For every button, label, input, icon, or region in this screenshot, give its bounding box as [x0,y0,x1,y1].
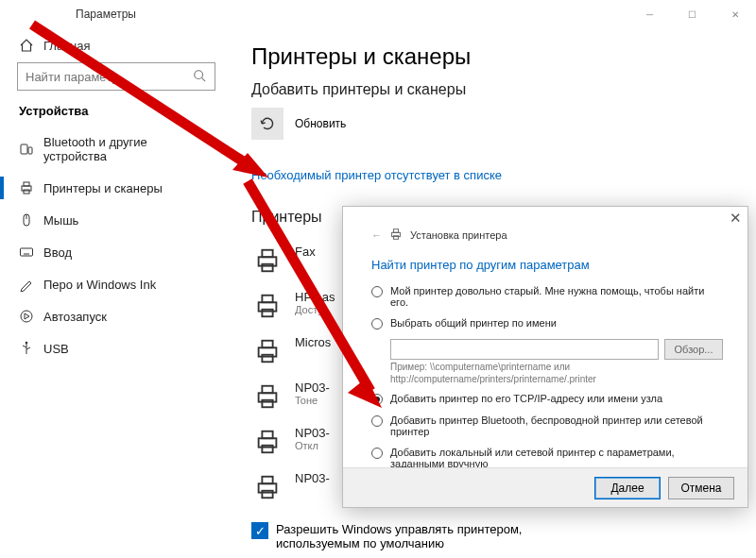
device-sub: Досту [295,304,335,315]
missing-printer-link[interactable]: Необходимый принтер отсутствует в списке [251,168,737,182]
autoplay-icon [19,309,34,324]
option-label: Мой принтер довольно старый. Мне нужна п… [390,285,723,308]
window-maximize[interactable]: ☐ [671,0,713,28]
sidebar-item-label: Перо и Windows Ink [43,278,156,292]
search-input[interactable] [17,62,215,91]
sidebar-item-printers[interactable]: Принтеры и сканеры [17,173,215,203]
hint-line1: Пример: \\computername\printername или [390,362,570,372]
manage-default-row[interactable]: ✓ Разрешить Windows управлять принтером,… [251,522,737,550]
device-sub: Тоне [295,395,330,406]
sidebar-item-mouse[interactable]: Мышь [17,205,215,235]
sidebar-item-label: Bluetooth и другие устройства [43,135,210,163]
option-bluetooth[interactable]: Добавить принтер Bluetooth, беспроводной… [371,414,723,437]
checkbox-checked-icon[interactable]: ✓ [251,522,268,539]
radio-icon[interactable] [371,318,383,330]
sidebar-item-label: Ввод [43,245,72,260]
shared-name-input[interactable] [390,339,659,360]
sidebar-item-label: USB [43,342,69,356]
devices-icon [19,142,34,157]
printer-icon [251,335,284,367]
device-sub: Откл [295,440,330,451]
printer-small-icon [389,228,403,243]
add-printer-dialog: ✕ ← Установка принтера Найти принтер по … [342,206,748,508]
add-section-title: Добавить принтеры и сканеры [251,81,737,98]
option-label: Добавить принтер по его TCP/IP-адресу ил… [390,393,662,404]
svg-rect-31 [262,431,272,439]
manage-default-label: Разрешить Windows управлять принтером, и… [276,522,588,550]
svg-point-17 [26,342,28,345]
refresh-label: Обновить [295,117,346,130]
next-button[interactable]: Далее [594,477,661,499]
printer-icon [251,426,284,458]
svg-rect-2 [21,144,27,154]
home-nav[interactable]: Главная [17,34,215,62]
svg-rect-37 [393,229,398,233]
svg-rect-5 [24,182,29,186]
option-old-printer[interactable]: Мой принтер довольно старый. Мне нужна п… [371,285,723,308]
dialog-title: Установка принтера [410,229,507,241]
printer-icon [19,180,34,195]
printer-icon [251,380,284,413]
svg-rect-25 [262,341,272,348]
hint-line2: http://computername/printers/printername… [390,374,596,384]
sidebar-item-usb[interactable]: USB [17,333,215,364]
dialog-close-button[interactable]: ✕ [730,210,742,227]
window-close[interactable]: ✕ [713,0,756,28]
pen-icon [19,277,34,292]
sidebar-item-label: Автозапуск [43,310,107,324]
option-label: Выбрать общий принтер по имени [390,317,557,329]
device-title: Micros [295,335,331,349]
sidebar-item-label: Мышь [43,213,78,228]
sidebar-item-label: Принтеры и сканеры [43,181,163,195]
option-local-manual[interactable]: Добавить локальный или сетевой принтер с… [371,447,723,469]
sidebar-item-autoplay[interactable]: Автозапуск [17,301,215,331]
sidebar-item-bluetooth[interactable]: Bluetooth и другие устройства [17,127,215,171]
window-minimize[interactable]: ─ [628,0,671,28]
browse-button[interactable]: Обзор... [664,339,723,360]
device-title: Fax [295,245,316,259]
radio-icon[interactable] [371,448,383,459]
printer-icon [251,471,284,503]
sidebar: Главная Устройства Bluetooth и другие ус… [0,28,225,558]
page-title: Принтеры и сканеры [251,43,737,70]
keyboard-icon [19,245,34,260]
radio-icon[interactable] [371,415,383,427]
svg-rect-9 [21,248,33,256]
printer-icon [251,290,284,322]
sidebar-category: Устройства [19,104,215,118]
sidebar-item-pen[interactable]: Перо и Windows Ink [17,269,215,299]
option-tcp-ip[interactable]: Добавить принтер по его TCP/IP-адресу ил… [371,393,723,405]
sidebar-item-typing[interactable]: Ввод [17,237,215,267]
device-title: NP03- [295,426,330,440]
device-title: NP03- [295,471,330,485]
printer-icon [251,245,284,277]
cancel-button[interactable]: Отмена [668,477,734,499]
svg-rect-19 [262,250,272,258]
svg-rect-3 [28,147,32,154]
option-shared-name[interactable]: Выбрать общий принтер по имени [371,317,723,330]
option-label: Добавить локальный или сетевой принтер с… [390,447,723,469]
svg-rect-28 [262,386,272,394]
svg-rect-34 [262,477,272,484]
home-icon [19,38,34,53]
svg-rect-22 [262,296,272,303]
radio-selected-icon[interactable] [371,394,383,405]
usb-icon [19,341,34,356]
home-label: Главная [43,39,90,53]
svg-point-15 [21,311,32,322]
device-title: HP Las [295,290,335,304]
radio-icon[interactable] [371,286,383,297]
window-title: Параметры [76,8,136,21]
mouse-icon [19,212,34,228]
refresh-row[interactable]: Обновить [251,108,737,140]
back-arrow-icon[interactable]: ← [371,229,382,241]
device-title: NP03- [295,380,330,395]
option-label: Добавить принтер Bluetooth, беспроводной… [390,414,723,437]
dialog-heading: Найти принтер по другим параметрам [343,243,747,285]
refresh-icon [251,108,284,140]
